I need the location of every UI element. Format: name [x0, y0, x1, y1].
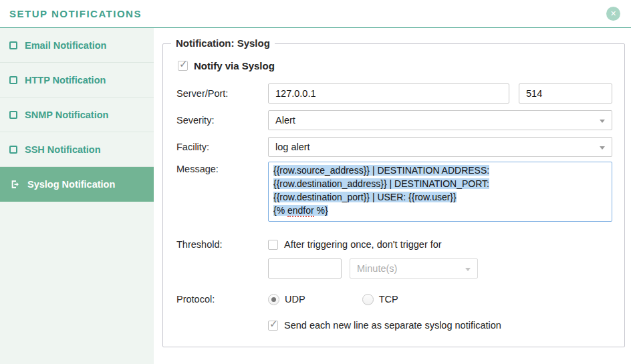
threshold-checkbox-row[interactable]: After triggering once, don't trigger for [268, 234, 612, 254]
dialog-body: Email Notification HTTP Notification SNM… [0, 28, 631, 364]
server-port-label: Server/Port: [176, 83, 268, 104]
misspelled-word: endfor [287, 205, 314, 217]
exit-icon [9, 179, 20, 190]
syslog-settings-panel: Notification: Syslog Notify via Syslog S… [154, 28, 631, 364]
message-row: Message: {{row.source_address}} | DESTIN… [176, 162, 612, 222]
message-label: Message: [176, 162, 268, 176]
severity-selected-value: Alert [275, 115, 295, 126]
notification-syslog-fieldset: Notification: Syslog Notify via Syslog S… [162, 43, 625, 347]
protocol-row: Protocol: UDP TCP [176, 289, 612, 333]
sidebar-item-syslog-notification[interactable]: Syslog Notification [0, 167, 154, 202]
message-line: {{row.source_address}} | DESTINATION ADD… [273, 165, 489, 176]
square-outline-icon [9, 41, 17, 49]
facility-select[interactable]: log alert [268, 137, 612, 157]
fieldset-legend: Notification: Syslog [171, 37, 275, 49]
square-outline-icon [9, 76, 17, 84]
sidebar-item-label: SSH Notification [25, 144, 101, 155]
severity-select[interactable]: Alert [268, 110, 612, 130]
close-button[interactable] [606, 7, 620, 21]
message-textarea[interactable]: {{row.source_address}} | DESTINATION ADD… [268, 162, 612, 222]
server-input[interactable] [268, 83, 509, 104]
notify-via-syslog-label: Notify via Syslog [194, 60, 275, 71]
square-outline-icon [9, 146, 17, 154]
threshold-value-input [268, 258, 342, 279]
sidebar-item-email-notification[interactable]: Email Notification [0, 28, 154, 63]
threshold-unit-select: Minute(s) [350, 258, 478, 279]
threshold-checkbox[interactable] [268, 240, 278, 250]
udp-radio[interactable] [268, 294, 279, 305]
sidebar-item-ssh-notification[interactable]: SSH Notification [0, 132, 154, 167]
sidebar-item-label: Email Notification [25, 40, 106, 51]
protocol-tcp-option[interactable]: TCP [362, 294, 398, 305]
protocol-udp-option[interactable]: UDP [268, 294, 305, 305]
sidebar-item-label: SNMP Notification [25, 110, 108, 120]
notify-via-syslog-checkbox[interactable] [178, 61, 188, 71]
severity-row: Severity: Alert [176, 110, 612, 130]
server-port-row: Server/Port: [176, 83, 612, 104]
setup-notifications-dialog: SETUP NOTIFICATIONS Email Notification H… [0, 0, 631, 364]
square-outline-icon [9, 111, 17, 119]
dialog-header: SETUP NOTIFICATIONS [0, 0, 631, 28]
sidebar-item-label: Syslog Notification [27, 179, 115, 190]
threshold-label: Threshold: [176, 234, 268, 254]
tcp-radio-label: TCP [379, 294, 398, 305]
facility-selected-value: log alert [275, 142, 310, 152]
page-title: SETUP NOTIFICATIONS [9, 8, 142, 19]
message-line: {{row.destination_port}} | USER: {{row.u… [273, 192, 457, 202]
tcp-radio[interactable] [362, 294, 374, 305]
sidebar-item-snmp-notification[interactable]: SNMP Notification [0, 98, 154, 132]
facility-label: Facility: [176, 137, 268, 157]
protocol-label: Protocol: [176, 289, 268, 309]
newline-checkbox-row[interactable]: Send each new line as separate syslog no… [268, 317, 612, 333]
newline-checkbox[interactable] [268, 321, 278, 331]
severity-label: Severity: [176, 110, 268, 130]
message-line: {{row.destination_address}} | DESTINATIO… [273, 178, 489, 189]
newline-checkbox-label: Send each new line as separate syslog no… [284, 320, 501, 331]
sidebar-item-label: HTTP Notification [25, 75, 106, 85]
message-line: {% endfor %} [273, 205, 328, 216]
facility-row: Facility: log alert [176, 137, 612, 157]
threshold-row: Threshold: After triggering once, don't … [176, 234, 612, 279]
threshold-checkbox-label: After triggering once, don't trigger for [284, 239, 442, 250]
threshold-unit-value: Minute(s) [357, 263, 397, 274]
notify-via-syslog-row[interactable]: Notify via Syslog [178, 60, 612, 71]
udp-radio-label: UDP [285, 294, 305, 305]
notification-type-sidebar: Email Notification HTTP Notification SNM… [0, 28, 154, 364]
port-input[interactable] [519, 83, 612, 104]
sidebar-item-http-notification[interactable]: HTTP Notification [0, 63, 154, 98]
